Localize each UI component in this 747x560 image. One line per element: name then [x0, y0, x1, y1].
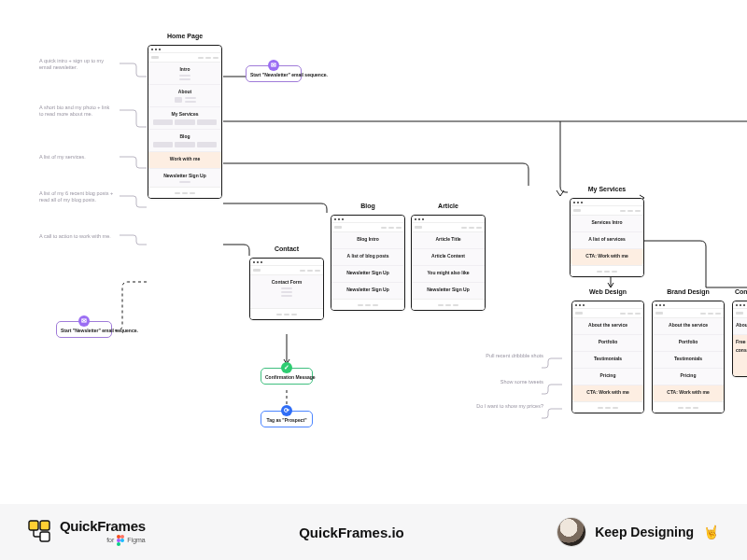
tag-icon: ⟳: [281, 405, 292, 416]
page-footer: [331, 299, 404, 310]
frame-blog[interactable]: Blog Blog Intro A list of blog posts New…: [331, 215, 405, 311]
svg-point-6: [120, 539, 124, 542]
section-label: A list of blog posts: [334, 253, 402, 259]
page-header: [148, 53, 221, 63]
frame-brand-design[interactable]: Brand Design About the service Portfolio…: [652, 301, 725, 413]
frame-services[interactable]: My Services Services Intro A list of ser…: [570, 198, 644, 277]
section-label: Contact Form: [253, 279, 320, 285]
section-label: About the service: [655, 322, 721, 328]
page-footer: [572, 401, 643, 413]
badge-newsletter-top[interactable]: ✉ Start "Newsletter" email sequence.: [246, 65, 302, 82]
badge-tag-prospect[interactable]: ⟳ Tag as "Prospect": [261, 411, 313, 427]
badge-label: Tag as "Prospect": [267, 417, 307, 423]
page-header: [412, 223, 485, 232]
section-free[interactable]: Free 3cons: [733, 335, 747, 376]
section-about-service[interactable]: About: [733, 318, 747, 335]
section-label: Work with me: [151, 156, 218, 161]
frame-title-content: Conten: [735, 288, 747, 295]
section-label: cons: [736, 347, 747, 353]
section-testimonials[interactable]: Testimonials: [572, 352, 643, 369]
frame-article[interactable]: Article Article Title Article Content Yo…: [411, 215, 486, 311]
section-pricing[interactable]: Pricing: [653, 369, 724, 385]
page-footer: [571, 265, 643, 276]
section-label: Blog Intro: [334, 236, 402, 242]
section-contact-form[interactable]: Contact Form: [250, 275, 323, 308]
section-portfolio[interactable]: Portfolio: [572, 335, 643, 352]
section-newsletter[interactable]: Newsletter Sign Up: [331, 283, 404, 299]
section-about-service[interactable]: About the service: [572, 318, 643, 335]
section-label: Blog: [151, 133, 218, 139]
section-article-title[interactable]: Article Title: [412, 232, 485, 249]
page-footer: [412, 299, 485, 310]
page-header: [572, 309, 643, 318]
page-header: [571, 206, 643, 216]
section-label: Portfolio: [655, 339, 721, 344]
brand-slogan: Keep Designing: [595, 525, 694, 539]
badge-label: Start "Newsletter" email sequence.: [250, 72, 328, 77]
page-footer: [653, 401, 724, 413]
section-label: Pricing: [575, 372, 641, 378]
section-blog-list[interactable]: A list of blog posts: [331, 249, 404, 266]
send-icon: ✉: [268, 60, 279, 71]
section-label: Testimonials: [575, 356, 641, 361]
frame-title-blog: Blog: [331, 203, 404, 209]
section-about[interactable]: About: [148, 85, 221, 107]
page-footer: [148, 187, 221, 198]
section-blog[interactable]: Blog: [148, 130, 221, 152]
check-icon: ✓: [281, 362, 292, 373]
section-services-list[interactable]: A list of services: [571, 232, 643, 249]
section-label: About: [151, 89, 218, 94]
frame-title-brand: Brand Design: [653, 288, 724, 295]
badge-newsletter-bottom[interactable]: ✉ Start "Newsletter" email sequence.: [56, 321, 112, 338]
frame-home[interactable]: Home Page Intro About My Services Blog W…: [148, 45, 222, 199]
section-intro[interactable]: Intro: [148, 63, 221, 85]
horns-icon: 🤘: [703, 525, 719, 539]
section-label: CTA: Work with me: [575, 389, 641, 395]
send-icon: ✉: [78, 315, 90, 327]
note-tweets: Show some tweets: [459, 379, 543, 385]
quickframes-logo-icon: [28, 520, 52, 544]
section-newsletter[interactable]: Newsletter Sign Up: [148, 169, 221, 187]
frame-title-contact: Contact: [250, 245, 323, 252]
section-label: Article Content: [415, 253, 482, 259]
brand-for: for: [106, 537, 114, 543]
sitemap-canvas[interactable]: A quick intro + sign up to my email news…: [0, 0, 747, 504]
section-testimonials[interactable]: Testimonials: [653, 352, 724, 369]
badge-confirmation[interactable]: ✓ Confirmation Message: [261, 368, 313, 385]
section-label: Newsletter Sign Up: [334, 270, 402, 275]
svg-point-5: [117, 539, 120, 542]
section-work-with-me[interactable]: Work with me: [148, 152, 221, 169]
window-chrome: [148, 46, 221, 53]
section-article-content[interactable]: Article Content: [412, 249, 485, 266]
section-newsletter[interactable]: Newsletter Sign Up: [412, 283, 485, 299]
section-portfolio[interactable]: Portfolio: [653, 335, 724, 352]
svg-rect-0: [29, 521, 38, 530]
brand-bar: QuickFrames for Figma QuickFrames.io Kee…: [0, 504, 747, 560]
section-label: Portfolio: [575, 339, 641, 344]
frame-content[interactable]: Conten About Free 3cons: [732, 301, 747, 377]
section-label: You might also like: [415, 270, 482, 275]
section-blog-intro[interactable]: Blog Intro: [331, 232, 404, 249]
section-related[interactable]: You might also like: [412, 266, 485, 283]
note-prices: Do I want to show my prices?: [459, 403, 543, 410]
section-label: Newsletter Sign Up: [334, 287, 402, 292]
section-pricing[interactable]: Pricing: [572, 369, 643, 385]
section-newsletter[interactable]: Newsletter Sign Up: [331, 266, 404, 283]
section-cta[interactable]: CTA: Work with me: [653, 385, 724, 401]
badge-label: Confirmation Message: [265, 374, 316, 380]
frame-contact[interactable]: Contact Contact Form: [249, 258, 324, 320]
section-label: CTA: Work with me: [573, 253, 641, 259]
svg-point-7: [117, 542, 120, 546]
note-intro: A quick intro + sign up to my email news…: [39, 58, 114, 71]
section-services-cta[interactable]: CTA: Work with me: [571, 249, 643, 265]
figma-icon: [117, 535, 124, 546]
frame-web-design[interactable]: Web Design About the service Portfolio T…: [571, 301, 644, 413]
brand-right: Keep Designing 🤘: [557, 518, 719, 546]
page-header: [250, 266, 323, 275]
section-services-intro[interactable]: Services Intro: [571, 216, 643, 232]
section-about-service[interactable]: About the service: [653, 318, 724, 335]
avatar: [557, 518, 585, 546]
section-label: A list of services: [573, 236, 641, 242]
section-cta[interactable]: CTA: Work with me: [572, 385, 643, 401]
section-services[interactable]: My Services: [148, 107, 221, 130]
